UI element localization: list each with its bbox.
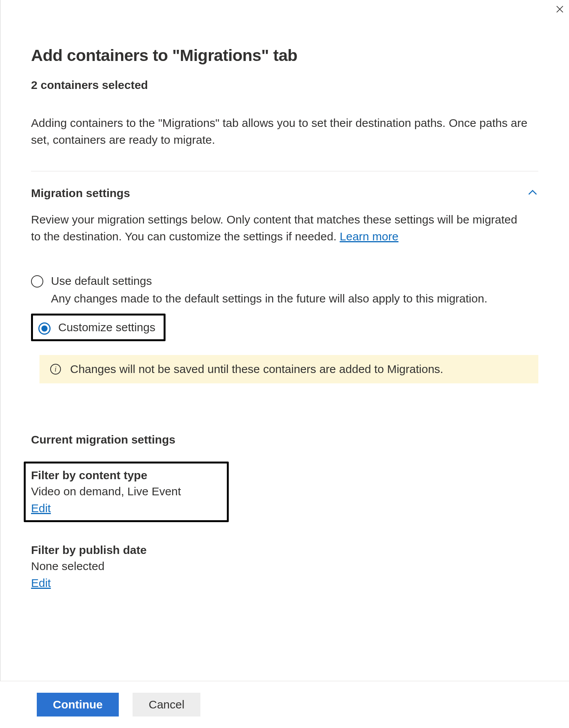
cancel-button[interactable]: Cancel (133, 693, 200, 716)
page-description: Adding containers to the "Migrations" ta… (31, 115, 529, 148)
radio-label: Use default settings (51, 273, 487, 289)
continue-button[interactable]: Continue (37, 693, 119, 716)
highlight-box-customize: Customize settings (31, 314, 166, 341)
section-description: Review your migration settings below. On… (31, 211, 529, 245)
close-button[interactable] (554, 4, 565, 16)
radio-use-default[interactable]: Use default settings Any changes made to… (31, 271, 538, 308)
learn-more-link[interactable]: Learn more (340, 230, 398, 243)
edit-publish-date-link[interactable]: Edit (31, 577, 51, 590)
edit-content-type-link[interactable]: Edit (31, 502, 51, 515)
current-settings-heading: Current migration settings (31, 433, 538, 446)
info-icon: i (50, 364, 61, 375)
info-banner: i Changes will not be saved until these … (39, 355, 538, 383)
radio-help-text: Any changes made to the default settings… (51, 291, 487, 307)
chevron-up-icon (527, 187, 538, 200)
settings-radio-group: Use default settings Any changes made to… (31, 271, 538, 383)
setting-title: Filter by content type (31, 469, 181, 482)
radio-icon (31, 275, 43, 288)
section-body-text: Review your migration settings below. On… (31, 213, 517, 243)
radio-customize[interactable]: Customize settings (38, 319, 155, 335)
dialog-panel: Add containers to "Migrations" tab 2 con… (0, 0, 569, 728)
selection-count: 2 containers selected (31, 79, 538, 92)
close-icon (554, 4, 565, 15)
setting-title: Filter by publish date (31, 544, 538, 557)
setting-value: Video on demand, Live Event (31, 485, 181, 498)
highlight-box-content-type: Filter by content type Video on demand, … (24, 462, 229, 522)
radio-label: Customize settings (58, 319, 155, 335)
setting-publish-date: Filter by publish date None selected Edi… (31, 544, 538, 590)
page-title: Add containers to "Migrations" tab (31, 46, 538, 65)
info-text: Changes will not be saved until these co… (70, 363, 443, 376)
radio-icon-selected (38, 322, 51, 335)
divider (31, 171, 538, 171)
section-title: Migration settings (31, 187, 130, 200)
setting-value: None selected (31, 560, 538, 573)
migration-settings-toggle[interactable]: Migration settings (31, 187, 538, 200)
dialog-footer: Continue Cancel (0, 681, 569, 728)
